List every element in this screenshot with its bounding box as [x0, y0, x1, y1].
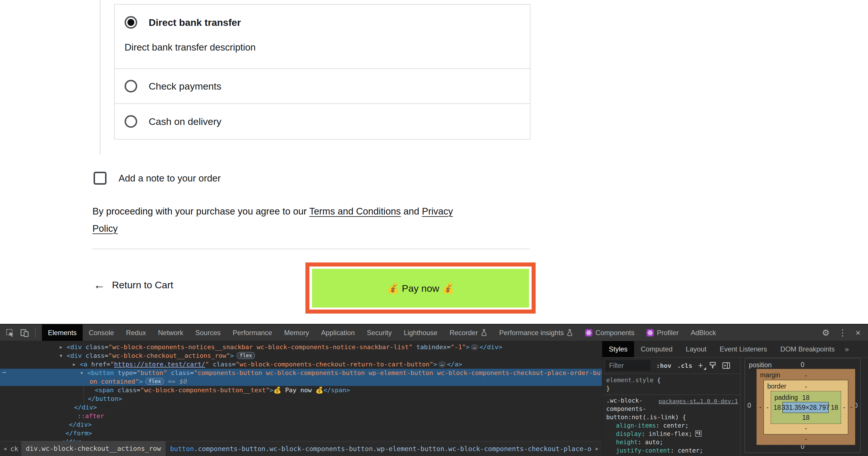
- radio-direct-bank-transfer[interactable]: [125, 16, 137, 29]
- border-right-value[interactable]: -: [843, 403, 845, 411]
- tab-memory[interactable]: Memory: [278, 325, 315, 341]
- box-model-padding[interactable]: padding 18 18 18 18 331.359×28.797: [771, 391, 841, 424]
- border-bottom-value[interactable]: -: [764, 424, 848, 432]
- device-toolbar-icon[interactable]: [20, 329, 29, 337]
- expand-arrow-icon[interactable]: ▶: [73, 360, 80, 369]
- radio-check-payments[interactable]: [125, 80, 137, 92]
- box-model-margin[interactable]: margin - - - - border - - - -: [756, 369, 856, 445]
- rendering-emulation-brush-icon[interactable]: [709, 362, 716, 370]
- payment-option-bank-transfer[interactable]: Direct bank transfer Direct bank transfe…: [115, 5, 530, 69]
- pay-now-button[interactable]: 💰 Pay now 💰: [312, 269, 529, 308]
- dom-closing-button[interactable]: </button>: [0, 395, 602, 403]
- privacy-policy-link[interactable]: Policy: [92, 223, 118, 234]
- tab-styles[interactable]: Styles: [602, 341, 634, 357]
- flex-badge[interactable]: flex: [146, 378, 164, 385]
- css-property[interactable]: height: auto;: [606, 438, 736, 447]
- css-property[interactable]: position: relative;: [606, 455, 736, 456]
- toggle-sidebar-panel-icon[interactable]: [722, 362, 730, 369]
- position-left-value[interactable]: 0: [747, 402, 751, 409]
- margin-right-value[interactable]: -: [850, 403, 852, 411]
- css-property[interactable]: justify-content: center;: [606, 447, 736, 455]
- collapsed-content-button[interactable]: …: [471, 344, 478, 350]
- expand-arrow-icon[interactable]: ▶: [60, 343, 67, 352]
- dom-node-button-text-span[interactable]: <span class="wc-block-components-button_…: [0, 386, 602, 395]
- dom-node-return-link[interactable]: ▶<a href="https://store.test/cart/" clas…: [0, 360, 602, 369]
- margin-bottom-value[interactable]: -: [756, 435, 855, 443]
- wc-button-css-rule[interactable]: packages-st…1.0.0-dev:1 .wc-block- compo…: [602, 395, 740, 456]
- breadcrumb-selected-button[interactable]: button.components-button.wc-block-compon…: [166, 445, 592, 453]
- css-property[interactable]: display: inline-flex;: [606, 430, 736, 438]
- settings-gear-icon[interactable]: ⚙: [822, 328, 830, 338]
- actions-divider: [92, 249, 530, 249]
- position-top-value[interactable]: 0: [745, 361, 860, 369]
- more-tabs-icon[interactable]: »: [841, 341, 852, 357]
- tab-react-profiler[interactable]: Profiler: [640, 325, 685, 341]
- styles-filter-input[interactable]: [606, 360, 650, 371]
- flex-badge[interactable]: flex: [237, 352, 255, 359]
- dom-node-snackbar[interactable]: ▶<div class="wc-block-components-notices…: [0, 343, 602, 352]
- tab-react-components[interactable]: Components: [579, 325, 640, 341]
- tab-security[interactable]: Security: [361, 325, 398, 341]
- breadcrumb-truncated[interactable]: ck: [10, 445, 21, 453]
- element-classes-button[interactable]: .cls: [677, 362, 692, 369]
- payment-option-check-payments[interactable]: Check payments: [115, 69, 530, 104]
- dom-closing-div[interactable]: </div>: [0, 420, 602, 429]
- new-style-rule-button[interactable]: +: [698, 361, 703, 370]
- gutter-dots-icon[interactable]: ⋯: [2, 369, 6, 376]
- tab-performance-insights[interactable]: Performance insights: [493, 325, 579, 341]
- border-top-value[interactable]: -: [764, 383, 848, 391]
- padding-right-value[interactable]: 18: [831, 404, 838, 412]
- tab-network[interactable]: Network: [152, 325, 189, 341]
- element-style-rule[interactable]: element.style { }: [602, 374, 740, 395]
- tab-lighthouse[interactable]: Lighthouse: [398, 325, 443, 341]
- order-note-checkbox[interactable]: [94, 172, 106, 185]
- flex-editor-icon[interactable]: [695, 430, 702, 437]
- dom-node-pay-button-selected[interactable]: ⋯ ▼<button type="button" class="componen…: [0, 369, 602, 386]
- return-to-cart-link[interactable]: ← Return to Cart: [94, 279, 174, 291]
- dom-closing-form[interactable]: </form>: [0, 429, 602, 437]
- dom-node-actions-row[interactable]: ▼<div class="wc-block-checkout__actions_…: [0, 352, 602, 360]
- tab-layout[interactable]: Layout: [679, 341, 713, 357]
- border-left-value[interactable]: -: [766, 403, 769, 411]
- toggle-element-state-button[interactable]: :hov: [656, 362, 671, 369]
- collapsed-content-button[interactable]: …: [438, 361, 446, 368]
- tab-adblock[interactable]: AdBlock: [685, 325, 722, 341]
- breadcrumb-scroll-right-icon[interactable]: ▶: [592, 446, 602, 451]
- styles-sidebar: Styles Computed Layout Event Listeners D…: [602, 341, 868, 456]
- dom-pseudo-after[interactable]: ::after: [0, 412, 602, 420]
- inspect-element-icon[interactable]: [6, 329, 14, 337]
- more-options-kebab-icon[interactable]: ⋮: [838, 328, 847, 338]
- dom-closing-div[interactable]: </div>: [0, 403, 602, 412]
- css-property[interactable]: align-items: center;: [606, 422, 736, 430]
- margin-top-value[interactable]: -: [756, 372, 855, 379]
- tab-event-listeners[interactable]: Event Listeners: [713, 341, 774, 357]
- payment-option-cash-on-delivery[interactable]: Cash on delivery: [115, 104, 530, 139]
- tab-application[interactable]: Application: [315, 325, 361, 341]
- radio-cash-on-delivery[interactable]: [125, 115, 137, 128]
- stylesheet-source-link[interactable]: packages-st…1.0.0-dev:1: [658, 397, 738, 405]
- margin-left-value[interactable]: -: [759, 403, 762, 411]
- box-model-position[interactable]: position 0 0 0 0 margin - - - - border: [745, 358, 861, 453]
- terms-and-conditions-link[interactable]: Terms and Conditions: [309, 206, 401, 216]
- tab-dom-breakpoints[interactable]: DOM Breakpoints: [774, 341, 841, 357]
- padding-left-value[interactable]: 18: [774, 404, 781, 412]
- close-devtools-icon[interactable]: ×: [856, 328, 861, 338]
- tab-recorder[interactable]: Recorder: [443, 325, 493, 341]
- box-model-border[interactable]: border - - - - padding 18 18 18: [764, 380, 848, 434]
- tab-computed[interactable]: Computed: [634, 341, 679, 357]
- tab-sources[interactable]: Sources: [189, 325, 227, 341]
- privacy-policy-link[interactable]: Privacy: [422, 206, 453, 216]
- padding-bottom-value[interactable]: 18: [771, 414, 841, 422]
- collapse-arrow-icon[interactable]: ▼: [60, 352, 67, 360]
- collapse-arrow-icon[interactable]: ▼: [81, 369, 87, 377]
- breadcrumb-actions-row[interactable]: div.wc-block-checkout__actions_row: [21, 442, 166, 456]
- left-arrow-icon: ←: [94, 279, 105, 291]
- box-model-content[interactable]: 331.359×28.797: [782, 402, 829, 413]
- tab-performance[interactable]: Performance: [227, 325, 278, 341]
- tab-elements[interactable]: Elements: [42, 325, 83, 341]
- href-link[interactable]: https://store.test/cart/: [114, 361, 205, 368]
- tab-console[interactable]: Console: [83, 325, 120, 341]
- breadcrumb-scroll-left-icon[interactable]: ◀: [0, 446, 10, 451]
- tab-redux[interactable]: Redux: [120, 325, 152, 341]
- padding-top-value[interactable]: 18: [771, 394, 841, 402]
